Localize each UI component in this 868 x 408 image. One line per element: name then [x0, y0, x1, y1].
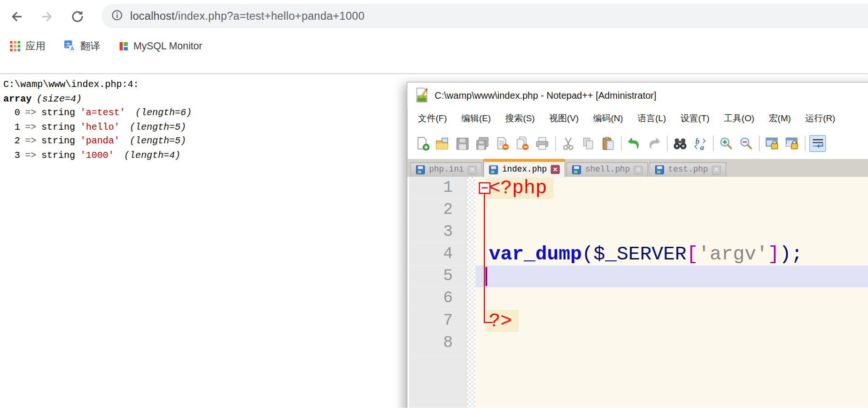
reload-icon[interactable] [70, 9, 85, 24]
zoom-in-icon[interactable] [717, 135, 734, 152]
window-titlebar[interactable]: C:\wamp\www\index.php - Notepad++ [Admin… [407, 83, 868, 110]
code-line-5-current[interactable] [475, 266, 868, 288]
open-file-icon[interactable] [434, 135, 450, 152]
bookmark-margin[interactable] [467, 243, 476, 265]
menu-encoding[interactable]: 编码(N) [586, 113, 630, 125]
close-file-icon[interactable] [494, 135, 510, 152]
tab-close-icon[interactable]: ✕ [551, 165, 560, 174]
menu-macro[interactable]: 宏(M) [761, 113, 798, 125]
item-arrow: => [25, 108, 36, 118]
tab-test-php[interactable]: test.php ✕ [650, 162, 727, 177]
editor-line: 3 [409, 221, 868, 243]
bookmark-margin[interactable] [467, 221, 476, 243]
replace-icon[interactable]: ba [691, 135, 708, 152]
close-all-icon[interactable] [514, 135, 530, 152]
tab-label: php.ini [429, 165, 464, 174]
toolbar-separator [759, 136, 760, 151]
menu-language[interactable]: 语言(L) [630, 113, 673, 125]
item-type: string [41, 136, 75, 146]
menu-bar: 文件(F) 编辑(E) 搜索(S) 视图(V) 编码(N) 语言(L) 设置(T… [407, 109, 868, 128]
item-type: string [41, 150, 75, 160]
item-value: 'a=test' [80, 108, 125, 118]
line-number: 7 [409, 310, 467, 332]
array-size: (size=4) [37, 94, 82, 104]
menu-edit[interactable]: 编辑(E) [454, 113, 498, 125]
save-icon[interactable] [454, 135, 470, 152]
vardump-item: 0=>string'a=test'(length=6) [3, 106, 192, 120]
bookmark-apps[interactable]: 应用 [10, 39, 45, 53]
address-bar[interactable]: localhost/index.php?a=test+hello+panda+1… [101, 4, 868, 28]
url-domain: localhost [130, 10, 175, 22]
menu-file[interactable]: 文件(F) [411, 113, 454, 125]
sync-horizontal-scroll-icon[interactable] [783, 135, 800, 152]
undo-icon[interactable] [626, 135, 642, 152]
back-icon[interactable] [9, 9, 24, 24]
page-info-icon[interactable] [111, 8, 124, 24]
fold-collapse-icon[interactable] [479, 182, 490, 194]
tab-close-icon[interactable]: ✕ [634, 165, 643, 174]
menu-view[interactable]: 视图(V) [542, 113, 586, 125]
line-number: 5 [409, 266, 467, 288]
bookmark-margin[interactable] [467, 310, 476, 332]
svg-text:b: b [695, 136, 699, 145]
bookmark-margin[interactable] [467, 199, 476, 221]
bookmark-margin[interactable] [467, 332, 476, 354]
saved-file-icon [416, 165, 425, 174]
bookmark-margin[interactable] [467, 177, 476, 199]
line-number: 6 [409, 288, 467, 310]
word-wrap-icon[interactable] [809, 135, 826, 152]
code-line-2[interactable] [475, 199, 868, 221]
bookmark-mysql-monitor[interactable]: MySQL Monitor [119, 40, 202, 52]
zoom-out-icon[interactable] [737, 135, 754, 152]
forward-icon[interactable] [40, 9, 54, 24]
line-number: 8 [409, 332, 467, 354]
line-number: 3 [409, 221, 467, 243]
code-line-1[interactable]: <?php [475, 177, 868, 199]
line-number: 2 [409, 199, 467, 221]
item-length: (length=6) [135, 108, 192, 118]
code-line-8[interactable] [475, 332, 868, 354]
new-file-icon[interactable] [414, 135, 431, 152]
vardump-source: C:\wamp\www\index.php:4: [3, 78, 192, 92]
editor-filler [409, 354, 868, 408]
cut-icon[interactable] [560, 135, 576, 152]
menu-settings[interactable]: 设置(T) [673, 113, 716, 125]
vardump-item: 1=>string'hello'(length=5) [3, 120, 192, 134]
code-line-6[interactable] [475, 288, 868, 310]
copy-icon[interactable] [580, 135, 596, 152]
editor[interactable]: 1 <?php 2 3 4 var_dump($_SERVER['argv'])… [407, 177, 868, 408]
redo-icon[interactable] [645, 135, 662, 152]
menu-run[interactable]: 运行(R) [798, 113, 843, 125]
item-length: (length=5) [130, 122, 186, 132]
code-line-4[interactable]: var_dump($_SERVER['argv']); [475, 243, 868, 265]
sync-vertical-scroll-icon[interactable] [763, 135, 780, 152]
vardump-array-line: array(size=4) [3, 92, 192, 106]
item-index: 3 [15, 150, 20, 160]
saved-file-icon [489, 165, 498, 174]
menu-search[interactable]: 搜索(S) [498, 113, 542, 125]
array-keyword: array [3, 94, 31, 104]
translate-icon: 文 A [64, 40, 76, 52]
item-arrow: => [25, 150, 36, 160]
paste-icon[interactable] [599, 135, 616, 152]
code-line-3[interactable] [475, 221, 868, 243]
tab-close-icon[interactable]: ✕ [712, 165, 721, 174]
tab-php-ini[interactable]: php.ini ✕ [410, 162, 482, 177]
tab-bar: php.ini ✕ index.php ✕ shell.php ✕ test.p… [407, 159, 868, 177]
tab-close-icon[interactable]: ✕ [468, 165, 477, 174]
bookmark-margin[interactable] [467, 266, 476, 288]
vardump-item: 2=>string'panda'(length=5) [3, 134, 192, 148]
bookmark-translate[interactable]: 文 A 翻译 [64, 39, 101, 53]
tab-shell-php[interactable]: shell.php ✕ [566, 162, 648, 177]
save-all-icon[interactable] [474, 135, 490, 152]
tab-index-php[interactable]: index.php ✕ [483, 159, 565, 177]
menu-tools[interactable]: 工具(O) [717, 113, 762, 125]
item-length: (length=4) [124, 150, 180, 160]
notepad-window: C:\wamp\www\index.php - Notepad++ [Admin… [407, 82, 868, 408]
code-line-7[interactable]: ?> [475, 310, 868, 332]
find-icon[interactable] [672, 135, 688, 152]
editor-line: 5 [409, 266, 868, 288]
print-icon[interactable] [534, 135, 550, 152]
item-index: 2 [15, 136, 20, 146]
bookmark-margin[interactable] [467, 288, 476, 310]
